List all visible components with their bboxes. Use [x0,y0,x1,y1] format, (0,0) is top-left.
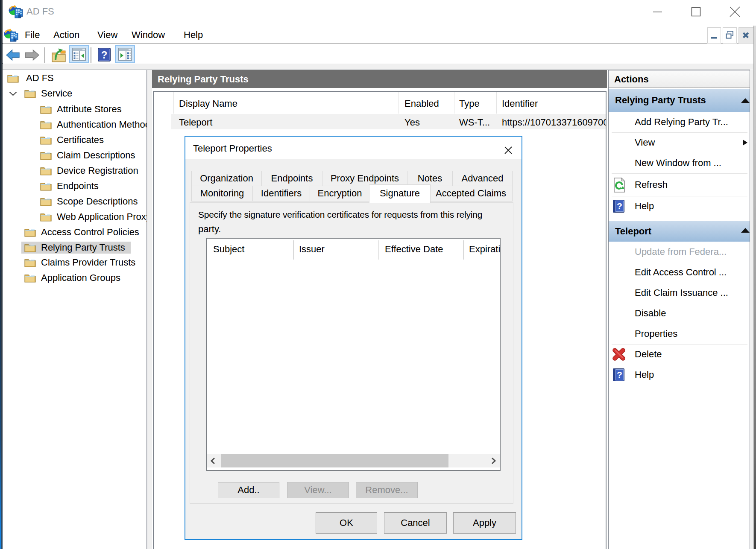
svg-text:?: ? [101,49,108,61]
